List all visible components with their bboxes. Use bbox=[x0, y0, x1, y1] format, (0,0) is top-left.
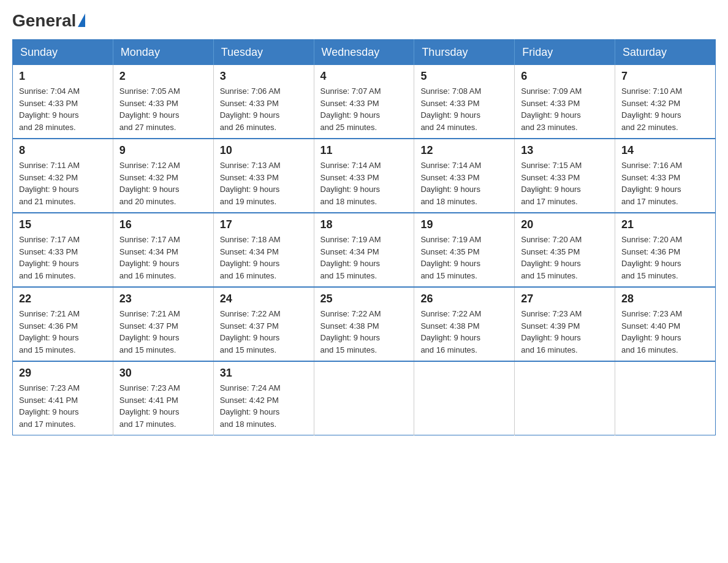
calendar-cell: 25 Sunrise: 7:22 AM Sunset: 4:38 PM Dayl… bbox=[314, 287, 414, 361]
logo-general: General bbox=[12, 12, 76, 29]
calendar-cell: 31 Sunrise: 7:24 AM Sunset: 4:42 PM Dayl… bbox=[213, 361, 314, 435]
calendar-cell: 17 Sunrise: 7:18 AM Sunset: 4:34 PM Dayl… bbox=[213, 213, 314, 287]
day-number: 3 bbox=[220, 70, 308, 83]
day-number: 30 bbox=[119, 367, 207, 380]
calendar-cell: 26 Sunrise: 7:22 AM Sunset: 4:38 PM Dayl… bbox=[414, 287, 515, 361]
calendar-cell: 9 Sunrise: 7:12 AM Sunset: 4:32 PM Dayli… bbox=[113, 139, 213, 213]
calendar-cell: 29 Sunrise: 7:23 AM Sunset: 4:41 PM Dayl… bbox=[13, 361, 113, 435]
day-number: 2 bbox=[119, 70, 207, 83]
day-info: Sunrise: 7:07 AM Sunset: 4:33 PM Dayligh… bbox=[320, 85, 408, 133]
calendar-cell: 12 Sunrise: 7:14 AM Sunset: 4:33 PM Dayl… bbox=[414, 139, 515, 213]
calendar-cell: 8 Sunrise: 7:11 AM Sunset: 4:32 PM Dayli… bbox=[13, 139, 113, 213]
day-number: 5 bbox=[420, 70, 508, 83]
calendar-cell: 7 Sunrise: 7:10 AM Sunset: 4:32 PM Dayli… bbox=[615, 65, 716, 139]
day-number: 21 bbox=[621, 218, 709, 231]
week-row-5: 29 Sunrise: 7:23 AM Sunset: 4:41 PM Dayl… bbox=[13, 361, 716, 435]
calendar-cell: 18 Sunrise: 7:19 AM Sunset: 4:34 PM Dayl… bbox=[314, 213, 414, 287]
day-info: Sunrise: 7:12 AM Sunset: 4:32 PM Dayligh… bbox=[119, 159, 207, 207]
day-info: Sunrise: 7:23 AM Sunset: 4:41 PM Dayligh… bbox=[119, 382, 207, 430]
calendar-cell: 14 Sunrise: 7:16 AM Sunset: 4:33 PM Dayl… bbox=[615, 139, 716, 213]
calendar-cell: 21 Sunrise: 7:20 AM Sunset: 4:36 PM Dayl… bbox=[615, 213, 716, 287]
day-number: 18 bbox=[320, 218, 408, 231]
day-info: Sunrise: 7:06 AM Sunset: 4:33 PM Dayligh… bbox=[220, 85, 308, 133]
calendar-cell: 5 Sunrise: 7:08 AM Sunset: 4:33 PM Dayli… bbox=[414, 65, 515, 139]
day-number: 6 bbox=[521, 70, 609, 83]
day-info: Sunrise: 7:22 AM Sunset: 4:37 PM Dayligh… bbox=[220, 308, 308, 356]
week-row-2: 8 Sunrise: 7:11 AM Sunset: 4:32 PM Dayli… bbox=[13, 139, 716, 213]
day-number: 11 bbox=[320, 144, 408, 157]
calendar-cell: 28 Sunrise: 7:23 AM Sunset: 4:40 PM Dayl… bbox=[615, 287, 716, 361]
page-header: General bbox=[12, 12, 716, 27]
day-header-saturday: Saturday bbox=[615, 40, 716, 66]
day-info: Sunrise: 7:24 AM Sunset: 4:42 PM Dayligh… bbox=[220, 382, 308, 430]
week-row-4: 22 Sunrise: 7:21 AM Sunset: 4:36 PM Dayl… bbox=[13, 287, 716, 361]
day-header-monday: Monday bbox=[113, 40, 213, 66]
day-info: Sunrise: 7:04 AM Sunset: 4:33 PM Dayligh… bbox=[19, 85, 107, 133]
day-header-wednesday: Wednesday bbox=[314, 40, 414, 66]
day-info: Sunrise: 7:10 AM Sunset: 4:32 PM Dayligh… bbox=[621, 85, 709, 133]
calendar-cell: 2 Sunrise: 7:05 AM Sunset: 4:33 PM Dayli… bbox=[113, 65, 213, 139]
day-number: 14 bbox=[621, 144, 709, 157]
day-number: 19 bbox=[420, 218, 508, 231]
calendar-cell bbox=[515, 361, 615, 435]
calendar-cell: 22 Sunrise: 7:21 AM Sunset: 4:36 PM Dayl… bbox=[13, 287, 113, 361]
day-number: 13 bbox=[521, 144, 609, 157]
logo-triangle-icon bbox=[78, 13, 85, 27]
calendar-cell: 23 Sunrise: 7:21 AM Sunset: 4:37 PM Dayl… bbox=[113, 287, 213, 361]
calendar-cell: 15 Sunrise: 7:17 AM Sunset: 4:33 PM Dayl… bbox=[13, 213, 113, 287]
calendar-cell: 1 Sunrise: 7:04 AM Sunset: 4:33 PM Dayli… bbox=[13, 65, 113, 139]
day-info: Sunrise: 7:23 AM Sunset: 4:40 PM Dayligh… bbox=[621, 308, 709, 356]
day-info: Sunrise: 7:09 AM Sunset: 4:33 PM Dayligh… bbox=[521, 85, 609, 133]
calendar-table: SundayMondayTuesdayWednesdayThursdayFrid… bbox=[12, 39, 716, 435]
day-number: 12 bbox=[420, 144, 508, 157]
day-number: 10 bbox=[220, 144, 308, 157]
day-number: 27 bbox=[521, 293, 609, 305]
calendar-cell bbox=[314, 361, 414, 435]
calendar-cell: 10 Sunrise: 7:13 AM Sunset: 4:33 PM Dayl… bbox=[213, 139, 314, 213]
calendar-cell: 13 Sunrise: 7:15 AM Sunset: 4:33 PM Dayl… bbox=[515, 139, 615, 213]
day-number: 26 bbox=[420, 293, 508, 305]
day-number: 24 bbox=[220, 293, 308, 305]
week-row-3: 15 Sunrise: 7:17 AM Sunset: 4:33 PM Dayl… bbox=[13, 213, 716, 287]
calendar-cell: 11 Sunrise: 7:14 AM Sunset: 4:33 PM Dayl… bbox=[314, 139, 414, 213]
day-info: Sunrise: 7:20 AM Sunset: 4:36 PM Dayligh… bbox=[621, 234, 709, 282]
day-header-row: SundayMondayTuesdayWednesdayThursdayFrid… bbox=[13, 40, 716, 66]
day-number: 29 bbox=[19, 367, 107, 380]
calendar-cell bbox=[414, 361, 515, 435]
day-info: Sunrise: 7:17 AM Sunset: 4:34 PM Dayligh… bbox=[119, 234, 207, 282]
day-info: Sunrise: 7:14 AM Sunset: 4:33 PM Dayligh… bbox=[420, 159, 508, 207]
day-info: Sunrise: 7:05 AM Sunset: 4:33 PM Dayligh… bbox=[119, 85, 207, 133]
day-info: Sunrise: 7:14 AM Sunset: 4:33 PM Dayligh… bbox=[320, 159, 408, 207]
day-number: 9 bbox=[119, 144, 207, 157]
calendar-cell: 16 Sunrise: 7:17 AM Sunset: 4:34 PM Dayl… bbox=[113, 213, 213, 287]
day-header-friday: Friday bbox=[515, 40, 615, 66]
day-info: Sunrise: 7:19 AM Sunset: 4:34 PM Dayligh… bbox=[320, 234, 408, 282]
day-info: Sunrise: 7:19 AM Sunset: 4:35 PM Dayligh… bbox=[420, 234, 508, 282]
day-info: Sunrise: 7:08 AM Sunset: 4:33 PM Dayligh… bbox=[420, 85, 508, 133]
day-number: 15 bbox=[19, 218, 107, 231]
day-number: 1 bbox=[19, 70, 107, 83]
day-info: Sunrise: 7:22 AM Sunset: 4:38 PM Dayligh… bbox=[420, 308, 508, 356]
day-info: Sunrise: 7:16 AM Sunset: 4:33 PM Dayligh… bbox=[621, 159, 709, 207]
day-number: 16 bbox=[119, 218, 207, 231]
day-number: 7 bbox=[621, 70, 709, 83]
day-number: 22 bbox=[19, 293, 107, 305]
calendar-cell bbox=[615, 361, 716, 435]
logo: General bbox=[12, 12, 85, 27]
calendar-cell: 24 Sunrise: 7:22 AM Sunset: 4:37 PM Dayl… bbox=[213, 287, 314, 361]
day-header-sunday: Sunday bbox=[13, 40, 113, 66]
calendar-cell: 3 Sunrise: 7:06 AM Sunset: 4:33 PM Dayli… bbox=[213, 65, 314, 139]
calendar-cell: 27 Sunrise: 7:23 AM Sunset: 4:39 PM Dayl… bbox=[515, 287, 615, 361]
day-number: 23 bbox=[119, 293, 207, 305]
day-info: Sunrise: 7:22 AM Sunset: 4:38 PM Dayligh… bbox=[320, 308, 408, 356]
calendar-cell: 6 Sunrise: 7:09 AM Sunset: 4:33 PM Dayli… bbox=[515, 65, 615, 139]
day-info: Sunrise: 7:15 AM Sunset: 4:33 PM Dayligh… bbox=[521, 159, 609, 207]
week-row-1: 1 Sunrise: 7:04 AM Sunset: 4:33 PM Dayli… bbox=[13, 65, 716, 139]
day-header-thursday: Thursday bbox=[414, 40, 515, 66]
day-number: 28 bbox=[621, 293, 709, 305]
day-number: 25 bbox=[320, 293, 408, 305]
calendar-cell: 20 Sunrise: 7:20 AM Sunset: 4:35 PM Dayl… bbox=[515, 213, 615, 287]
day-number: 17 bbox=[220, 218, 308, 231]
day-number: 20 bbox=[521, 218, 609, 231]
day-number: 4 bbox=[320, 70, 408, 83]
